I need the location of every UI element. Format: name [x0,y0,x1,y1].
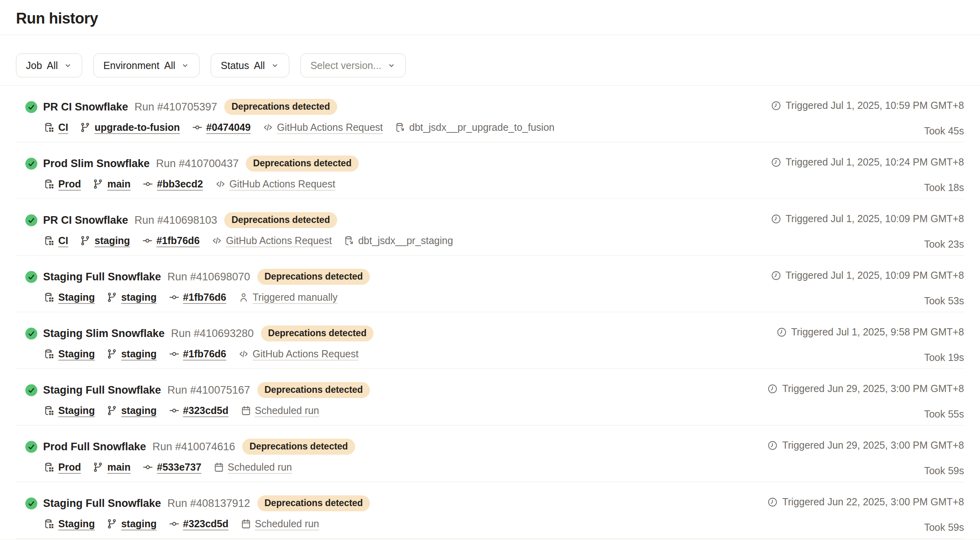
commit-link[interactable]: #0474049 [206,122,251,133]
git-commit-icon [192,122,203,133]
triggered-text: Triggered Jun 29, 2025, 3:00 PM GMT+8 [782,439,964,451]
job-name[interactable]: Staging Full Snowflake [43,271,161,283]
triggered-time: Triggered Jul 1, 2025, 10:09 PM GMT+8 [771,213,964,225]
environment-database-icon [44,235,55,246]
run-main: Prod Full Snowflake Run #410074616 Depre… [25,439,355,482]
job-name[interactable]: PR CI Snowflake [43,214,128,227]
deprecations-badge: Deprecations detected [257,495,370,511]
environment-link[interactable]: Staging [58,405,95,416]
run-success-check-icon [25,327,38,340]
chevron-down-icon [387,61,396,70]
run-number: Run #410705397 [134,101,217,113]
branch-link[interactable]: upgrade-to-fusion [95,122,180,133]
environment-info: Staging [44,405,95,416]
commit-link[interactable]: #1fb76d6 [183,292,226,303]
commit-link[interactable]: #1fb76d6 [156,235,200,246]
environment-info: CI [44,235,68,246]
git-branch-icon [107,518,118,529]
filter-button-job[interactable]: Job All [16,53,82,77]
triggered-text: Triggered Jul 1, 2025, 9:58 PM GMT+8 [791,326,964,338]
deprecations-badge: Deprecations detected [261,325,374,341]
job-name[interactable]: Staging Full Snowflake [43,384,161,396]
filter-button-version[interactable]: Select version... [300,53,406,77]
commit-link[interactable]: #323cd5d [183,518,229,530]
branch-link[interactable]: staging [95,235,130,246]
commit-link[interactable]: #1fb76d6 [183,348,226,360]
run-title-line: Staging Slim Snowflake Run #410693280 De… [25,325,373,341]
run-row: PR CI Snowflake Run #410705397 Deprecati… [16,86,964,142]
clock-icon [767,384,778,394]
commit-link[interactable]: #bb3ecd2 [157,178,203,190]
branch-info: main [93,461,130,473]
branch-link[interactable]: staging [121,405,157,416]
run-success-check-icon [25,497,38,510]
branch-link[interactable]: staging [121,348,157,360]
environment-link[interactable]: Prod [58,461,81,473]
run-success-check-icon [25,384,38,396]
git-branch-icon [80,235,91,246]
git-commit-icon [142,235,153,246]
triggered-text: Triggered Jun 29, 2025, 3:00 PM GMT+8 [782,383,964,394]
run-row: Staging Slim Snowflake Run #410693280 De… [16,312,964,369]
deprecations-badge: Deprecations detected [242,439,355,455]
environment-link[interactable]: Prod [58,178,81,190]
job-name[interactable]: PR CI Snowflake [43,101,128,113]
schema-info: dbt_jsdx__pr_staging [344,235,453,246]
filter-label: Status [221,60,249,71]
commit-link[interactable]: #323cd5d [183,405,229,416]
branch-link[interactable]: main [107,178,130,190]
calendar-icon [241,518,251,529]
run-side: Triggered Jul 1, 2025, 9:58 PM GMT+8 Too… [776,325,964,369]
trigger-info: GitHub Actions Request [211,235,332,246]
job-name[interactable]: Staging Full Snowflake [43,497,161,510]
environment-info: Staging [44,348,95,360]
run-list: PR CI Snowflake Run #410705397 Deprecati… [0,86,980,539]
trigger-label: Scheduled run [255,405,319,416]
environment-link[interactable]: CI [58,122,68,133]
branch-link[interactable]: main [107,461,130,473]
environment-link[interactable]: CI [58,235,68,246]
environment-database-icon [44,122,55,133]
filter-button-status[interactable]: Status All [211,53,289,77]
code-icon [238,349,249,359]
run-title-line: PR CI Snowflake Run #410698103 Deprecati… [25,212,453,228]
branch-info: main [93,178,130,190]
run-side: Triggered Jun 22, 2025, 3:00 PM GMT+8 To… [767,495,964,538]
code-icon [263,122,273,133]
environment-link[interactable]: Staging [58,292,95,303]
commit-info: #533e737 [142,461,201,473]
run-main: Prod Slim Snowflake Run #410700437 Depre… [25,156,359,199]
filter-button-environment[interactable]: Environment All [93,53,200,77]
run-meta-line: Staging staging [44,518,370,530]
trigger-label: Triggered manually [253,292,338,303]
run-duration: Took 55s [924,408,964,420]
clock-icon [771,214,781,224]
run-number: Run #410700437 [156,158,239,170]
environment-info: Staging [44,518,95,530]
job-name[interactable]: Prod Slim Snowflake [43,158,150,170]
environment-link[interactable]: Staging [58,518,95,530]
environment-link[interactable]: Staging [58,348,95,360]
git-branch-icon [107,349,118,359]
schema-name: dbt_jsdx__pr_upgrade_to_fusion [409,122,555,133]
run-success-check-icon [25,158,38,170]
environment-database-icon [44,292,55,303]
run-duration: Took 59s [924,465,964,477]
branch-link[interactable]: staging [121,292,157,303]
run-meta-line: Prod main [44,178,359,190]
job-name[interactable]: Staging Slim Snowflake [43,327,165,340]
run-meta-line: Staging staging [44,405,370,416]
deprecations-badge: Deprecations detected [224,212,337,228]
run-meta-line: Staging staging [44,348,373,360]
run-row: PR CI Snowflake Run #410698103 Deprecati… [16,199,964,256]
environment-info: Prod [44,461,81,473]
run-main: PR CI Snowflake Run #410698103 Deprecati… [25,212,453,255]
job-name[interactable]: Prod Full Snowflake [43,441,146,453]
commit-info: #bb3ecd2 [142,178,203,190]
schema-database-icon [395,122,406,133]
clock-icon [776,327,787,337]
run-side: Triggered Jul 1, 2025, 10:09 PM GMT+8 To… [771,269,964,312]
commit-link[interactable]: #533e737 [157,461,201,473]
branch-link[interactable]: staging [121,518,157,530]
run-meta-line: CI upgrade-to-fusion [44,122,555,133]
